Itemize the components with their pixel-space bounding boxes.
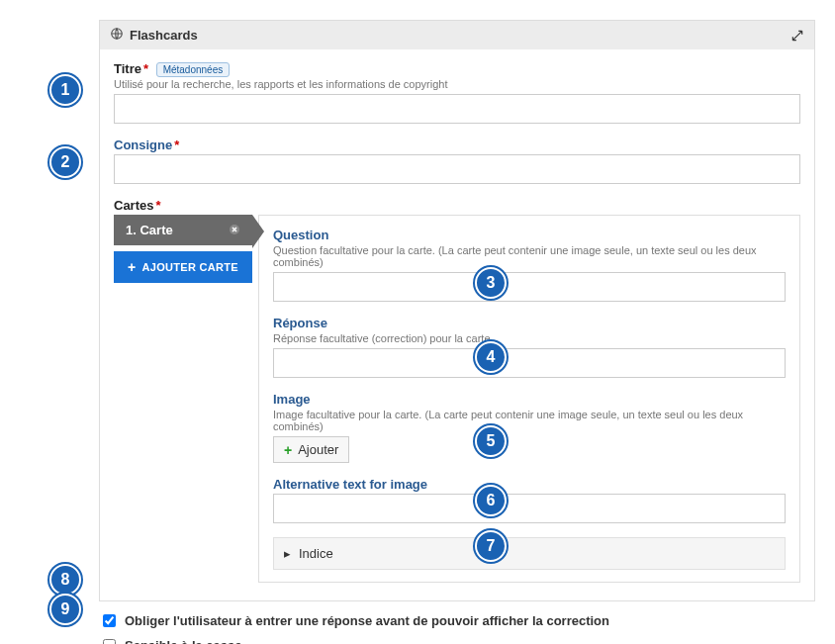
- required-asterisk: *: [155, 198, 160, 213]
- marker-2: 2: [49, 146, 81, 178]
- card-tab-1[interactable]: 1. Carte: [114, 215, 252, 245]
- required-asterisk: *: [174, 138, 179, 152]
- question-title: Question: [273, 228, 786, 242]
- reponse-input[interactable]: [273, 348, 786, 378]
- consigne-input[interactable]: [114, 154, 800, 184]
- marker-9: 9: [49, 594, 81, 625]
- expand-icon[interactable]: [790, 29, 804, 43]
- marker-7: 7: [475, 530, 507, 562]
- marker-6: 6: [475, 485, 507, 516]
- alt-text-title: Alternative text for image: [273, 477, 786, 492]
- marker-3: 3: [475, 267, 507, 299]
- question-hint: Question facultative pour la carte. (La …: [273, 244, 786, 268]
- image-section: Image Image facultative pour la carte. (…: [273, 392, 786, 463]
- plus-icon: +: [284, 443, 292, 457]
- case-sensitive-checkbox[interactable]: [103, 639, 116, 644]
- case-sensitive-row: Sensible à la casse: [99, 636, 815, 644]
- reponse-hint: Réponse facultative (correction) pour la…: [273, 332, 786, 344]
- add-image-button[interactable]: + Ajouter: [273, 436, 349, 463]
- add-card-label: AJOUTER CARTE: [142, 261, 238, 273]
- marker-5: 5: [475, 425, 507, 457]
- panel-header: Flashcards: [100, 21, 814, 49]
- card-editor: Question Question facultative pour la ca…: [258, 215, 800, 583]
- force-answer-checkbox[interactable]: [103, 614, 116, 627]
- reponse-title: Réponse: [273, 316, 786, 330]
- panel-title: Flashcards: [130, 28, 198, 43]
- metadata-badge[interactable]: Métadonnées: [156, 62, 231, 77]
- indice-label: Indice: [299, 546, 333, 561]
- titre-label: Titre: [114, 61, 141, 76]
- titre-input[interactable]: [114, 94, 800, 124]
- image-title: Image: [273, 392, 786, 407]
- flashcards-panel: Flashcards Titre* Métadonnées Utilisé po…: [99, 20, 815, 601]
- titre-hint: Utilisé pour la recherche, les rapports …: [114, 78, 800, 90]
- titre-field: Titre* Métadonnées Utilisé pour la reche…: [114, 61, 800, 124]
- add-card-button[interactable]: + AJOUTER CARTE: [114, 251, 252, 283]
- cartes-label: Cartes: [114, 198, 153, 213]
- image-hint: Image facultative pour la carte. (La car…: [273, 409, 786, 432]
- consigne-field: Consigne*: [114, 138, 800, 184]
- add-image-label: Ajouter: [298, 442, 338, 457]
- question-section: Question Question facultative pour la ca…: [273, 228, 786, 302]
- alt-text-input[interactable]: [273, 494, 786, 523]
- caret-right-icon: ▸: [284, 546, 291, 561]
- indice-toggle[interactable]: ▸ Indice: [273, 537, 786, 570]
- card-tabs: 1. Carte + AJOUTER CARTE: [114, 215, 252, 583]
- marker-8: 8: [49, 564, 81, 596]
- flashcards-icon: [110, 27, 124, 44]
- marker-1: 1: [49, 74, 81, 106]
- required-asterisk: *: [143, 61, 148, 76]
- case-sensitive-label: Sensible à la casse: [125, 638, 242, 644]
- consigne-label: Consigne: [114, 138, 172, 152]
- question-input[interactable]: [273, 272, 786, 302]
- marker-4: 4: [475, 341, 507, 373]
- force-answer-label: Obliger l'utilisateur à entrer une répon…: [125, 613, 609, 628]
- card-tab-label: 1. Carte: [126, 223, 173, 237]
- reponse-section: Réponse Réponse facultative (correction)…: [273, 316, 786, 378]
- cartes-field: Cartes* 1. Carte + AJOUTER CARTE: [114, 198, 800, 583]
- close-icon[interactable]: [229, 224, 240, 237]
- force-answer-row: Obliger l'utilisateur à entrer une répon…: [99, 611, 815, 630]
- alt-text-section: Alternative text for image: [273, 477, 786, 523]
- plus-icon: +: [128, 259, 136, 275]
